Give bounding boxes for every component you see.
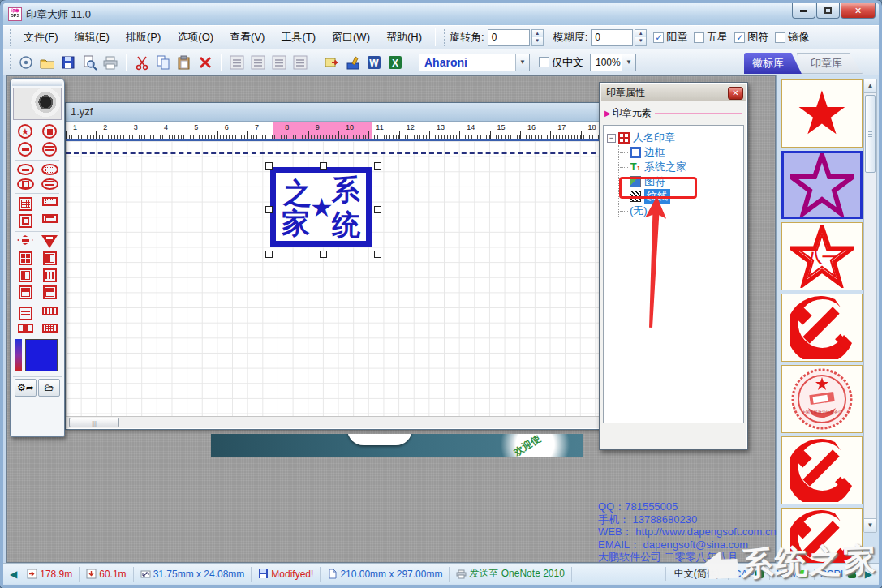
- scroll-up-icon[interactable]: ▲: [864, 79, 876, 93]
- checkbox-图符[interactable]: ✓图符: [734, 30, 768, 45]
- selection-handle[interactable]: [374, 162, 381, 170]
- save-icon[interactable]: [58, 53, 78, 72]
- tree-item-系统之家[interactable]: T1系统之家: [605, 160, 742, 174]
- emblem-hammer-sickle[interactable]: [781, 436, 863, 504]
- menu-item-查看V[interactable]: 查看(V): [222, 28, 273, 46]
- selection-handle[interactable]: [265, 206, 273, 213]
- open-icon[interactable]: [37, 53, 57, 72]
- panel-close-button[interactable]: ✕: [728, 87, 743, 100]
- rotate-angle-input[interactable]: 0: [488, 29, 530, 46]
- font-combo[interactable]: Aharoni ▼: [419, 54, 530, 71]
- horizontal-scrollbar[interactable]: |||: [66, 416, 604, 428]
- status-right-arrow[interactable]: ▶: [865, 569, 872, 580]
- minimize-button[interactable]: [792, 3, 815, 19]
- menu-item-选项O[interactable]: 选项(O): [169, 28, 222, 46]
- status-left-arrow[interactable]: ◀: [10, 569, 17, 580]
- align-4-icon[interactable]: [290, 53, 310, 72]
- current-color-swatch[interactable]: [25, 339, 58, 371]
- new-icon[interactable]: [16, 53, 36, 72]
- scrollbar-thumb[interactable]: [865, 95, 876, 173]
- copy-icon[interactable]: [153, 53, 173, 72]
- chevron-down-icon[interactable]: ▼: [622, 54, 635, 71]
- palette-image-button[interactable]: 🗁: [38, 379, 60, 397]
- palette-ellipse-box-icon[interactable]: [17, 178, 34, 190]
- chevron-down-icon[interactable]: ▼: [515, 54, 529, 71]
- selection-handle[interactable]: [320, 162, 327, 170]
- palette-square-lines-icon[interactable]: [19, 307, 32, 320]
- palette-square-box-icon[interactable]: [19, 214, 32, 228]
- palette-triangle-down-icon[interactable]: [41, 235, 58, 248]
- palette-diamond-dash-icon[interactable]: [17, 235, 33, 245]
- stamp-object[interactable]: 之 系 家 统 ★: [270, 167, 372, 247]
- print-icon[interactable]: [101, 53, 120, 72]
- tree-item-人名印章[interactable]: −人名印章: [605, 131, 742, 145]
- menu-item-文件F[interactable]: 文件(F): [15, 28, 67, 46]
- palette-rectm-grid-icon[interactable]: [42, 324, 58, 333]
- palette-square-vbars-icon[interactable]: [43, 268, 57, 282]
- rotate-angle-stepper[interactable]: ▲▼: [531, 29, 544, 46]
- palette-circle-dash-icon[interactable]: [18, 142, 32, 157]
- tree-item-边框[interactable]: 边框: [605, 145, 742, 160]
- emblem-bayi-star[interactable]: 八一: [781, 222, 863, 290]
- emblem-scrollbar[interactable]: ▲ ▼: [863, 79, 877, 533]
- palette-square-quad-icon[interactable]: [19, 251, 32, 265]
- checkbox-五星[interactable]: 五星: [694, 30, 728, 45]
- scrollbar-thumb[interactable]: |||: [69, 418, 119, 427]
- export-icon[interactable]: [322, 53, 342, 72]
- delete-icon[interactable]: [196, 53, 215, 72]
- selection-handle[interactable]: [265, 162, 273, 170]
- menu-item-窗口W[interactable]: 窗口(W): [324, 28, 378, 46]
- align-2-icon[interactable]: [248, 53, 268, 72]
- checkbox-镜像[interactable]: 镜像: [775, 30, 809, 45]
- palette-circle-square-icon[interactable]: [42, 124, 57, 139]
- palette-rectm-top-icon[interactable]: [42, 214, 58, 223]
- emblem-hammer-sickle[interactable]: [781, 508, 863, 563]
- palette-rectm-vbars-icon[interactable]: [42, 307, 58, 315]
- menu-item-排版P[interactable]: 排版(P): [118, 28, 169, 46]
- print-preview-icon[interactable]: [80, 53, 99, 72]
- blur-stepper[interactable]: ▲▼: [635, 29, 647, 46]
- tab-徽标库[interactable]: 徽标库: [744, 53, 802, 74]
- palette-square-grid-icon[interactable]: [19, 197, 32, 211]
- align-3-icon[interactable]: [269, 53, 289, 72]
- palette-ellipse-dotted-icon[interactable]: [41, 164, 58, 175]
- palette-export-button[interactable]: ⚙➦: [15, 379, 37, 397]
- selection-handle[interactable]: [320, 251, 327, 258]
- status-printer[interactable]: 发送至 OneNote 2010: [450, 567, 571, 582]
- word-icon[interactable]: W: [364, 53, 384, 72]
- document-canvas[interactable]: 之 系 家 统 ★: [66, 141, 604, 416]
- selection-handle[interactable]: [374, 251, 381, 258]
- palette-square-halfL-icon[interactable]: [19, 268, 32, 282]
- palette-drag-handle[interactable]: [12, 80, 62, 86]
- palette-rectm-block-icon[interactable]: [18, 324, 33, 333]
- emblem-red-star[interactable]: ★: [781, 79, 863, 148]
- emblem-hammer-sickle[interactable]: [781, 294, 863, 362]
- palette-rectm-dots-icon[interactable]: [42, 197, 58, 206]
- align-1-icon[interactable]: [227, 53, 247, 72]
- cut-icon[interactable]: [132, 53, 152, 72]
- emblem-cppcc-emblem[interactable]: 中国人民政治协商会议: [781, 365, 863, 433]
- color-gradient-bar[interactable]: [15, 339, 22, 371]
- sign-icon[interactable]: [343, 53, 363, 72]
- tree-expander-icon[interactable]: −: [607, 134, 616, 143]
- close-button[interactable]: ✕: [841, 3, 876, 19]
- blur-input[interactable]: 0: [591, 29, 633, 46]
- maximize-button[interactable]: [816, 3, 840, 19]
- palette-square-half-icon[interactable]: [43, 251, 57, 265]
- scroll-down-icon[interactable]: ▼: [864, 518, 876, 532]
- menu-item-编辑E[interactable]: 编辑(E): [67, 28, 118, 46]
- tab-印章库[interactable]: 印章库: [797, 53, 863, 74]
- palette-ellipse-dash-icon[interactable]: [17, 164, 34, 175]
- palette-ellipse-lines-icon[interactable]: [41, 178, 58, 190]
- palette-square-topfill-icon[interactable]: [43, 285, 57, 299]
- menu-item-工具T[interactable]: 工具(T): [273, 28, 324, 46]
- selection-handle[interactable]: [374, 206, 381, 213]
- zoom-combo[interactable]: 100% ▼: [590, 54, 636, 71]
- paste-icon[interactable]: [174, 53, 194, 72]
- emblem-outline-star[interactable]: [781, 151, 863, 219]
- checkbox-阳章[interactable]: ✓阳章: [653, 30, 687, 45]
- excel-icon[interactable]: X: [385, 53, 405, 72]
- chinese-only-checkbox[interactable]: 仅中文: [539, 55, 583, 70]
- palette-square-top-icon[interactable]: [19, 285, 32, 299]
- palette-circle-lines-icon[interactable]: [42, 142, 57, 157]
